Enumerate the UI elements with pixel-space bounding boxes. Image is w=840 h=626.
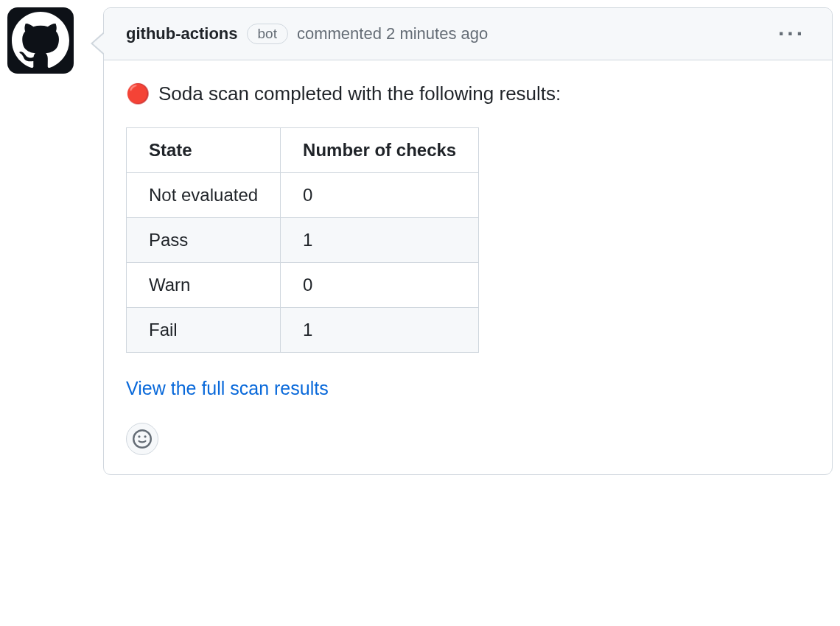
results-table: State Number of checks Not evaluated 0 P… [126, 127, 479, 353]
cell-count: 1 [281, 308, 479, 353]
col-state: State [127, 128, 281, 173]
table-row: Pass 1 [127, 218, 479, 263]
cell-count: 0 [281, 173, 479, 218]
comment-header: github-actions bot commented 2 minutes a… [104, 8, 832, 60]
table-row: Fail 1 [127, 308, 479, 353]
red-circle-icon: 🔴 [126, 82, 150, 105]
action-text: commented [297, 24, 382, 43]
comment-container: github-actions bot commented 2 minutes a… [7, 7, 833, 475]
cell-count: 0 [281, 263, 479, 308]
col-count: Number of checks [281, 128, 479, 173]
kebab-menu-icon[interactable]: ··· [774, 23, 810, 45]
bot-badge: bot [247, 24, 288, 44]
timestamp[interactable]: 2 minutes ago [386, 24, 488, 43]
table-row: Not evaluated 0 [127, 173, 479, 218]
view-results-link[interactable]: View the full scan results [126, 378, 329, 399]
cell-state: Pass [127, 218, 281, 263]
smiley-icon [133, 429, 152, 449]
summary-text: Soda scan completed with the following r… [158, 82, 561, 105]
cell-state: Not evaluated [127, 173, 281, 218]
table-row: Warn 0 [127, 263, 479, 308]
cell-count: 1 [281, 218, 479, 263]
comment-box: github-actions bot commented 2 minutes a… [103, 7, 833, 475]
cell-state: Fail [127, 308, 281, 353]
scan-summary: 🔴 Soda scan completed with the following… [126, 82, 810, 105]
cell-state: Warn [127, 263, 281, 308]
author-link[interactable]: github-actions [126, 24, 238, 43]
add-reaction-button[interactable] [126, 423, 158, 455]
avatar[interactable] [7, 7, 74, 74]
comment-body: 🔴 Soda scan completed with the following… [104, 60, 832, 474]
github-logo-icon [12, 12, 69, 69]
